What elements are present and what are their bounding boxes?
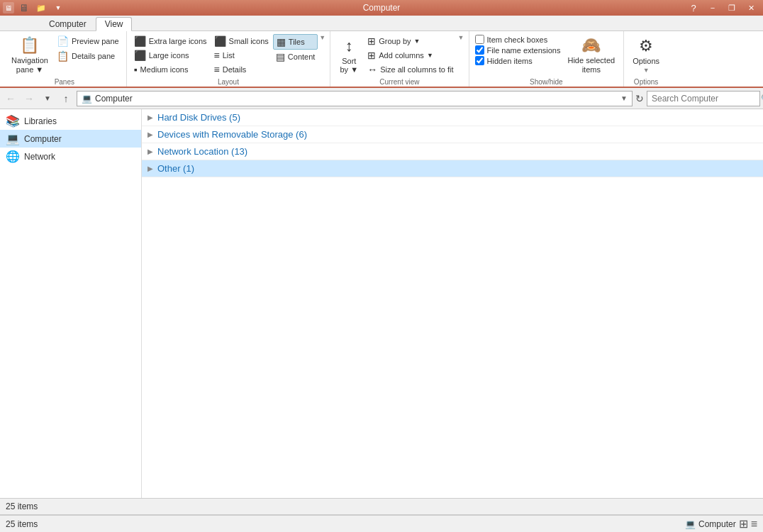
main-area: 📚 Libraries 💻 Computer 🌐 Network ▶ Hard … — [0, 109, 763, 498]
sidebar-item-computer[interactable]: 💻 Computer — [0, 130, 141, 148]
hidden-items-toggle[interactable]: Hidden items — [474, 55, 562, 66]
options-group-label: Options — [634, 77, 658, 86]
sort-by-label: Sortby ▼ — [340, 57, 359, 74]
tiles-button[interactable]: ▦ Tiles — [273, 34, 318, 50]
layout-more[interactable]: ▼ — [319, 34, 325, 41]
layout-col1: ⬛ Extra large icons ⬛ Large icons ▪ Medi… — [131, 34, 210, 77]
recent-locations-button[interactable]: ▼ — [40, 91, 55, 106]
large-view-button[interactable]: ⊞ — [739, 517, 748, 531]
file-ext-toggle[interactable]: File name extensions — [474, 45, 562, 55]
refresh-button[interactable]: ↻ — [635, 93, 644, 104]
title-bar-left: 🖥 🖥 📁 ▼ — [3, 1, 65, 14]
sort-by-button[interactable]: ↕ Sortby ▼ — [335, 34, 363, 77]
help-button[interactable]: ? — [684, 1, 703, 15]
back-button[interactable]: ← — [3, 91, 18, 106]
group-other[interactable]: ▶ Other (1) — [142, 160, 763, 177]
add-columns-icon: ⊞ — [367, 50, 376, 61]
computer-icon: 💻 — [6, 132, 20, 145]
item-check-boxes-checkbox[interactable] — [475, 35, 484, 44]
up-button[interactable]: ↑ — [58, 91, 74, 106]
forward-button[interactable]: → — [21, 91, 37, 106]
layout-col3: ▦ Tiles ▤ Content — [273, 34, 318, 64]
panes-group-label: Panes — [55, 77, 74, 86]
medium-icon: ▪ — [134, 64, 138, 75]
tab-view[interactable]: View — [96, 17, 133, 31]
show-hide-content: Item check boxes File name extensions Hi… — [474, 34, 620, 77]
hidden-items-label: Hidden items — [487, 57, 533, 65]
hide-selected-button[interactable]: 🙈 Hide selecteditems — [563, 34, 619, 77]
options-button[interactable]: ⚙ Options ▼ — [628, 34, 664, 77]
add-columns-button[interactable]: ⊞ Add columns ▼ — [364, 48, 456, 62]
quick-access-dropdown[interactable]: ▼ — [51, 1, 65, 14]
current-view-more[interactable]: ▼ — [458, 34, 464, 41]
group-network-location[interactable]: ▶ Network Location (13) — [142, 143, 763, 160]
tiles-icon: ▦ — [277, 36, 286, 48]
other-label: Other (1) — [157, 163, 194, 174]
extra-large-label: Extra large icons — [149, 37, 207, 45]
options-content: ⚙ Options ▼ — [628, 34, 664, 77]
hard-disk-label: Hard Disk Drives (5) — [157, 112, 240, 123]
size-columns-button[interactable]: ↔ Size all columns to fit — [364, 62, 456, 77]
close-button[interactable]: ✕ — [742, 1, 760, 15]
search-box[interactable]: 🔍 — [647, 91, 760, 106]
network-location-arrow: ▶ — [147, 148, 153, 155]
nav-bar: ← → ▼ ↑ 💻 Computer ▼ ↻ 🔍 — [0, 88, 763, 109]
item-check-boxes-toggle[interactable]: Item check boxes — [474, 34, 562, 45]
details-button[interactable]: ≡ Details — [211, 62, 272, 77]
group-by-label: Group by — [379, 37, 411, 45]
sidebar-item-libraries[interactable]: 📚 Libraries — [0, 112, 141, 130]
details-view-button[interactable]: ≡ — [751, 518, 757, 531]
group-by-button[interactable]: ⊞ Group by ▼ — [364, 34, 456, 48]
list-button[interactable]: ≡ List — [211, 48, 272, 62]
ribbon-group-current-view: ↕ Sortby ▼ ⊞ Group by ▼ ⊞ Add columns ▼ … — [330, 31, 469, 87]
network-label: Network — [24, 152, 55, 162]
file-ext-label: File name extensions — [487, 46, 561, 55]
computer-status-label: Computer — [698, 519, 736, 529]
add-columns-label: Add columns — [379, 51, 424, 60]
restore-button[interactable]: ❐ — [723, 1, 741, 15]
preview-pane-label: Preview pane — [72, 37, 119, 45]
minimize-button[interactable]: − — [703, 1, 722, 15]
list-icon: ≡ — [214, 50, 220, 61]
extra-large-icon: ⬛ — [134, 35, 146, 47]
options-label: Options — [633, 57, 659, 65]
address-dropdown-arrow[interactable]: ▼ — [620, 94, 628, 102]
details-icon: 📋 — [57, 50, 69, 62]
network-icon: 🌐 — [6, 150, 20, 163]
navigation-pane-button[interactable]: 📋 Navigationpane ▼ — [7, 34, 52, 77]
sidebar-item-network[interactable]: 🌐 Network — [0, 148, 141, 165]
quick-access-folder[interactable]: 📁 — [34, 1, 48, 14]
sidebar: 📚 Libraries 💻 Computer 🌐 Network — [0, 109, 142, 498]
content-button[interactable]: ▤ Content — [273, 50, 318, 64]
small-icons-button[interactable]: ⬛ Small icons — [211, 34, 272, 48]
extra-large-button[interactable]: ⬛ Extra large icons — [131, 34, 210, 48]
large-icon: ⬛ — [134, 50, 146, 61]
details-pane-button[interactable]: 📋 Details pane — [54, 49, 122, 63]
panes-content: 📋 Navigationpane ▼ 📄 Preview pane 📋 Deta… — [7, 34, 122, 77]
options-icon: ⚙ — [639, 37, 653, 55]
hide-selected-icon: 🙈 — [581, 36, 601, 55]
large-icons-button[interactable]: ⬛ Large icons — [131, 48, 210, 62]
group-hard-disk[interactable]: ▶ Hard Disk Drives (5) — [142, 109, 763, 126]
ribbon-group-show-hide: Item check boxes File name extensions Hi… — [469, 31, 625, 87]
network-location-label: Network Location (13) — [157, 146, 247, 157]
file-ext-checkbox[interactable] — [475, 45, 484, 55]
quick-access-icon1[interactable]: 🖥 — [17, 1, 31, 14]
show-hide-group-label: Show/hide — [530, 77, 563, 86]
ribbon-group-panes: 📋 Navigationpane ▼ 📄 Preview pane 📋 Deta… — [3, 31, 127, 87]
group-removable[interactable]: ▶ Devices with Removable Storage (6) — [142, 126, 763, 143]
layout-col2: ⬛ Small icons ≡ List ≡ Details — [211, 34, 272, 77]
other-arrow: ▶ — [147, 165, 153, 172]
small-icons-label: Small icons — [229, 37, 269, 45]
tab-computer[interactable]: Computer — [40, 16, 96, 31]
ribbon-group-options: ⚙ Options ▼ Options — [624, 31, 668, 87]
hidden-items-checkbox[interactable] — [475, 56, 484, 65]
content-area: ▶ Hard Disk Drives (5) ▶ Devices with Re… — [142, 109, 763, 498]
size-columns-icon: ↔ — [367, 64, 377, 75]
search-input[interactable] — [652, 94, 758, 104]
list-label: List — [223, 51, 235, 60]
status-bar-bottom: 25 items 💻 Computer ⊞ ≡ — [0, 515, 763, 532]
address-bar[interactable]: 💻 Computer ▼ — [77, 91, 633, 106]
medium-icons-button[interactable]: ▪ Medium icons — [131, 62, 210, 77]
preview-pane-button[interactable]: 📄 Preview pane — [54, 34, 122, 48]
